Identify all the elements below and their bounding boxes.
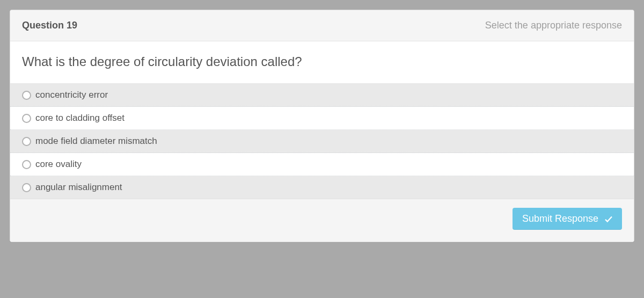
option-row[interactable]: angular misalignment [10, 176, 634, 199]
option-row[interactable]: core ovality [10, 153, 634, 176]
question-number: Question 19 [22, 20, 77, 31]
radio-icon[interactable] [22, 114, 31, 123]
options-list: concentricity error core to cladding off… [10, 83, 634, 199]
option-label: core to cladding offset [35, 113, 125, 123]
option-label: core ovality [35, 159, 82, 170]
radio-icon[interactable] [22, 137, 31, 146]
submit-button[interactable]: Submit Response [513, 208, 622, 230]
option-label: concentricity error [35, 90, 108, 100]
panel-footer: Submit Response [10, 199, 634, 242]
panel-header: Question 19 Select the appropriate respo… [10, 10, 634, 41]
submit-button-label: Submit Response [522, 213, 598, 224]
question-text: What is the degree of circularity deviat… [22, 54, 622, 69]
question-text-wrap: What is the degree of circularity deviat… [10, 41, 634, 83]
check-icon [604, 214, 613, 224]
radio-icon[interactable] [22, 183, 31, 192]
option-row[interactable]: mode field diameter mismatch [10, 130, 634, 153]
option-row[interactable]: concentricity error [10, 84, 634, 107]
option-label: angular misalignment [35, 182, 122, 193]
radio-icon[interactable] [22, 160, 31, 169]
radio-icon[interactable] [22, 91, 31, 100]
option-row[interactable]: core to cladding offset [10, 107, 634, 130]
question-panel: Question 19 Select the appropriate respo… [10, 10, 634, 242]
question-instruction: Select the appropriate response [485, 20, 622, 31]
option-label: mode field diameter mismatch [35, 136, 157, 147]
